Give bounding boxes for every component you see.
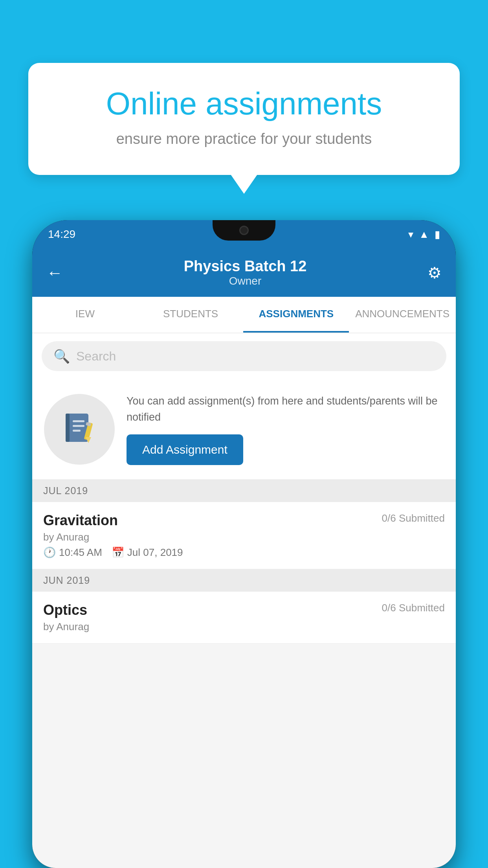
- status-time: 14:29: [48, 228, 75, 241]
- settings-icon[interactable]: ⚙: [427, 264, 442, 282]
- optics-submitted: 0/6 Submitted: [382, 602, 445, 614]
- wifi-icon: ▾: [408, 228, 413, 241]
- assignment-top-row: Gravitation 0/6 Submitted: [43, 512, 445, 529]
- svg-rect-4: [73, 430, 81, 432]
- speech-bubble: Online assignments ensure more practice …: [28, 63, 460, 175]
- assignment-item-gravitation[interactable]: Gravitation 0/6 Submitted by Anurag 🕐 10…: [32, 502, 456, 569]
- status-bar: 14:29 ▾ ▲ ▮: [32, 220, 456, 248]
- svg-rect-2: [73, 420, 84, 422]
- tab-assignments[interactable]: ASSIGNMENTS: [243, 297, 349, 333]
- assignment-icon: [62, 412, 97, 447]
- assignment-date-item: 📅 Jul 07, 2019: [112, 546, 183, 559]
- tab-students[interactable]: STUDENTS: [138, 297, 244, 333]
- assignment-top-row-optics: Optics 0/6 Submitted: [43, 602, 445, 618]
- signal-icon: ▲: [419, 228, 429, 241]
- app-header: ← Physics Batch 12 Owner ⚙: [32, 248, 456, 297]
- tabs-bar: IEW STUDENTS ASSIGNMENTS ANNOUNCEMENTS: [32, 297, 456, 333]
- optics-by: by Anurag: [43, 621, 445, 633]
- back-button[interactable]: ←: [46, 263, 63, 282]
- assignment-meta: 🕐 10:45 AM 📅 Jul 07, 2019: [43, 546, 445, 559]
- header-title: Physics Batch 12: [63, 258, 427, 275]
- svg-rect-3: [73, 425, 84, 427]
- header-subtitle: Owner: [63, 275, 427, 287]
- assignment-date: Jul 07, 2019: [127, 546, 183, 559]
- assignment-name: Gravitation: [43, 512, 118, 529]
- svg-rect-1: [66, 414, 70, 442]
- search-placeholder: Search: [76, 349, 116, 364]
- optics-name: Optics: [43, 602, 87, 618]
- add-assignment-button[interactable]: Add Assignment: [127, 434, 243, 465]
- battery-icon: ▮: [435, 228, 440, 241]
- speech-bubble-title: Online assignments: [56, 86, 432, 121]
- assignment-time: 10:45 AM: [59, 546, 102, 559]
- clock-icon: 🕐: [43, 546, 56, 559]
- calendar-icon: 📅: [112, 546, 124, 559]
- month-header-jun: JUN 2019: [32, 569, 456, 592]
- header-title-wrap: Physics Batch 12 Owner: [63, 258, 427, 287]
- tab-iew[interactable]: IEW: [32, 297, 138, 333]
- assignment-by: by Anurag: [43, 531, 445, 543]
- promo-icon-circle: [44, 394, 115, 465]
- month-header-jul: JUL 2019: [32, 480, 456, 502]
- phone-camera: [239, 226, 249, 235]
- screen-content: 🔍 Search: [32, 333, 456, 868]
- promo-section: You can add assignment(s) from here and …: [32, 379, 456, 480]
- search-bar[interactable]: 🔍 Search: [42, 341, 446, 371]
- assignment-item-optics[interactable]: Optics 0/6 Submitted by Anurag: [32, 592, 456, 644]
- search-bar-wrap: 🔍 Search: [32, 333, 456, 379]
- speech-bubble-subtitle: ensure more practice for your students: [56, 131, 432, 147]
- phone-notch: [213, 220, 275, 241]
- status-icons: ▾ ▲ ▮: [408, 228, 440, 241]
- assignment-time-item: 🕐 10:45 AM: [43, 546, 102, 559]
- assignment-submitted: 0/6 Submitted: [382, 512, 445, 524]
- phone-frame: 14:29 ▾ ▲ ▮ ← Physics Batch 12 Owner ⚙ I…: [32, 220, 456, 868]
- promo-text: You can add assignment(s) from here and …: [127, 393, 444, 425]
- promo-right: You can add assignment(s) from here and …: [127, 393, 444, 465]
- tab-announcements[interactable]: ANNOUNCEMENTS: [349, 297, 456, 333]
- search-icon: 🔍: [53, 348, 70, 364]
